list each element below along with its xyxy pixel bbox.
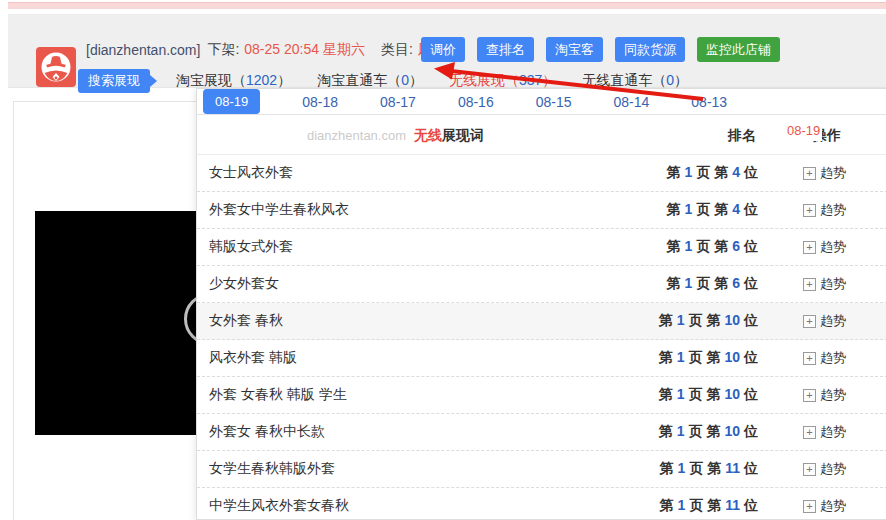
trend-link[interactable]: +趋势 [758, 497, 886, 515]
expand-plus-icon: + [803, 278, 816, 291]
keyword-cell: 女士风衣外套 [209, 164, 583, 182]
trend-link[interactable]: +趋势 [758, 238, 886, 256]
taobaoke-button[interactable]: 淘宝客 [546, 37, 603, 62]
table-row-hovered[interactable]: 女外套 春秋 第1页 第10位 +趋势 [197, 303, 886, 340]
adjust-price-button[interactable]: 调价 [421, 37, 465, 62]
same-source-button[interactable]: 同款货源 [615, 37, 685, 62]
tab-search-exposure-active[interactable]: 搜索展现 [78, 69, 150, 93]
expand-plus-icon: + [803, 204, 816, 217]
rank-cell: 第1页 第10位 [583, 349, 758, 367]
keyword-column-title: dianzhentan.com 无线展现词 [307, 115, 484, 156]
rank-cell: 第1页 第10位 [583, 423, 758, 441]
notice-bar [8, 2, 886, 9]
expand-plus-icon: + [803, 352, 816, 365]
check-rank-button[interactable]: 查排名 [477, 37, 534, 62]
rank-cell: 第1页 第11位 [583, 460, 758, 478]
trend-link[interactable]: +趋势 [758, 460, 886, 478]
dianzhentan-logo-icon [36, 47, 76, 87]
rank-cell: 第1页 第4位 [583, 201, 758, 219]
trend-link[interactable]: +趋势 [758, 201, 886, 219]
date-tab-0816[interactable]: 08-16 [458, 94, 494, 110]
date-tab-0813[interactable]: 08-13 [691, 94, 727, 110]
header-actions: 调价 查排名 淘宝客 同款货源 监控此店铺 [421, 37, 780, 62]
trend-link[interactable]: +趋势 [758, 386, 886, 404]
keyword-cell: 外套 女春秋 韩版 学生 [209, 386, 583, 404]
table-row[interactable]: 韩版女式外套 第1页 第6位 +趋势 [197, 229, 886, 266]
rank-cell: 第1页 第10位 [583, 386, 758, 404]
rank-column-title: 排名 [728, 115, 756, 155]
keyword-cell: 女外套 春秋 [209, 312, 583, 330]
trend-link[interactable]: +趋势 [758, 312, 886, 330]
rank-cell: 第1页 第10位 [583, 312, 758, 330]
trend-link[interactable]: +趋势 [758, 275, 886, 293]
rank-cell: 第1页 第6位 [583, 238, 758, 256]
expand-plus-icon: + [803, 315, 816, 328]
expand-plus-icon: + [803, 500, 816, 513]
table-row[interactable]: 外套女中学生春秋风衣 第1页 第4位 +趋势 [197, 192, 886, 229]
date-tab-0815[interactable]: 08-15 [536, 94, 572, 110]
table-row[interactable]: 女学生春秋韩版外套 第1页 第11位 +趋势 [197, 451, 886, 488]
shop-info-line: [dianzhentan.com] 下架: 08-25 20:54 星期六 类目… [86, 41, 446, 59]
expand-plus-icon: + [803, 241, 816, 254]
table-row[interactable]: 女士风衣外套 第1页 第4位 +趋势 [197, 155, 886, 192]
category-label: 类目: [381, 41, 413, 59]
rank-cell: 第1页 第6位 [583, 275, 758, 293]
date-tab-0814[interactable]: 08-14 [614, 94, 650, 110]
table-row[interactable]: 少女外套女 第1页 第6位 +趋势 [197, 266, 886, 303]
offshelf-time: 08-25 20:54 星期六 [244, 41, 365, 59]
rank-cell: 第1页 第11位 [583, 497, 758, 515]
keyword-cell: 韩版女式外套 [209, 238, 583, 256]
trend-link[interactable]: +趋势 [758, 423, 886, 441]
keyword-table: 女士风衣外套 第1页 第4位 +趋势 外套女中学生春秋风衣 第1页 第4位 +趋… [197, 155, 886, 520]
keyword-cell: 少女外套女 [209, 275, 583, 293]
table-row[interactable]: 中学生风衣外套女春秋 第1页 第11位 +趋势 [197, 488, 886, 520]
table-row[interactable]: 风衣外套 韩版 第1页 第10位 +趋势 [197, 340, 886, 377]
site-label: [dianzhentan.com] [86, 42, 200, 58]
monitor-shop-button[interactable]: 监控此店铺 [697, 37, 780, 62]
shop-header: [dianzhentan.com] 下架: 08-25 20:54 星期六 类目… [8, 14, 886, 88]
date-tab-0818[interactable]: 08-18 [302, 94, 338, 110]
expand-plus-icon: + [803, 463, 816, 476]
trend-link[interactable]: +趋势 [758, 164, 886, 182]
wireless-exposure-dropdown: 08-19 08-18 08-17 08-16 08-15 08-14 08-1… [196, 88, 886, 520]
table-row[interactable]: 外套女 春秋中长款 第1页 第10位 +趋势 [197, 414, 886, 451]
selected-date-overlay: 08-19 [785, 122, 822, 141]
watermark-text: dianzhentan.com [307, 128, 406, 143]
keyword-cell: 风衣外套 韩版 [209, 349, 583, 367]
expand-plus-icon: + [803, 426, 816, 439]
trend-link[interactable]: +趋势 [758, 349, 886, 367]
offshelf-label: 下架: [207, 41, 239, 59]
date-tab-0819[interactable]: 08-19 [203, 89, 260, 114]
table-row[interactable]: 外套 女春秋 韩版 学生 第1页 第10位 +趋势 [197, 377, 886, 414]
keyword-cell: 中学生风衣外套女春秋 [209, 497, 583, 515]
keyword-cell: 外套女 春秋中长款 [209, 423, 583, 441]
table-header: dianzhentan.com 无线展现词 排名 操作 08-19 [197, 115, 886, 155]
date-tab-0817[interactable]: 08-17 [380, 94, 416, 110]
keyword-cell: 女学生春秋韩版外套 [209, 460, 583, 478]
expand-plus-icon: + [803, 389, 816, 402]
rank-cell: 第1页 第4位 [583, 164, 758, 182]
date-tabs: 08-19 08-18 08-17 08-16 08-15 08-14 08-1… [197, 89, 886, 115]
keyword-cell: 外套女中学生春秋风衣 [209, 201, 583, 219]
expand-plus-icon: + [803, 167, 816, 180]
